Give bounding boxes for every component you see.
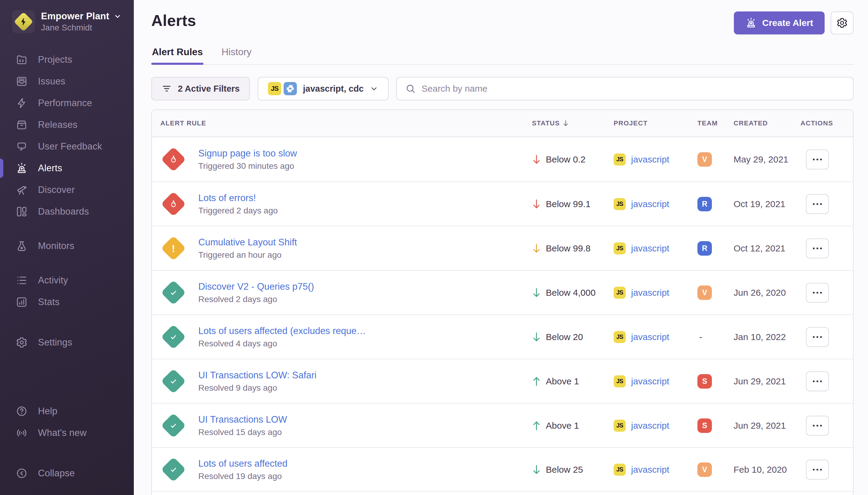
arrow-down-icon [532,154,541,165]
row-actions-button[interactable] [806,460,829,480]
status-value: Below 99.8 [546,243,590,254]
alert-rule-link[interactable]: Lots of users affected [198,458,288,469]
alert-rule-cell: UI Transactions LOW: Safari Resolved 9 d… [160,369,532,394]
actions-cell [800,150,845,169]
sidebar-item-user-feedback[interactable]: User Feedback [0,136,134,157]
discover-icon [16,184,28,196]
row-actions-button[interactable] [806,371,829,391]
org-logo [12,10,35,33]
search-box [396,77,853,100]
team-none: - [697,332,702,342]
create-alert-label: Create Alert [762,18,813,28]
resolved-diamond-icon [160,457,186,483]
project-selector-button[interactable]: JS javascript, cdc [258,77,388,100]
actions-cell [800,460,845,480]
project-link[interactable]: javascript [631,421,670,431]
create-alert-button[interactable]: Create Alert [734,12,824,34]
status-value: Above 1 [546,421,579,431]
alert-rule-link[interactable]: UI Transactions LOW [198,414,287,425]
table-row: Discover V2 - Queries p75() Resolved 2 d… [152,270,853,314]
alert-rule-link[interactable]: Lots of errors! [198,193,278,204]
sidebar-item-alerts[interactable]: Alerts [0,157,134,179]
sidebar-item-issues[interactable]: Issues [0,70,134,92]
org-name: Empower Plant [41,11,109,22]
project-link[interactable]: javascript [631,376,670,387]
javascript-platform-icon: JS [614,242,626,254]
sidebar-item-monitors[interactable]: Monitors [0,235,134,257]
arrow-down-icon [532,243,541,254]
row-actions-button[interactable] [806,416,829,436]
sidebar-item-performance[interactable]: Performance [0,92,134,114]
alert-rule-link[interactable]: Signup page is too slow [198,148,297,159]
sidebar-item-label: Help [38,406,57,416]
project-link[interactable]: javascript [631,464,670,475]
project-cell: JS javascript [614,287,697,299]
alert-rule-link[interactable]: Discover V2 - Queries p75() [198,281,314,292]
status-value: Below 4,000 [546,288,595,298]
actions-cell [800,416,845,436]
status-cell: Below 99.8 [532,243,614,254]
project-cell: JS javascript [614,153,697,166]
sidebar-item-releases[interactable]: Releases [0,114,134,136]
sidebar-item-whats-new[interactable]: What's new [0,422,134,444]
javascript-platform-icon: JS [614,198,626,210]
alert-rule-link[interactable]: Lots of users affected (excludes reque… [198,326,366,337]
help-icon [16,405,28,417]
sidebar-item-label: Collapse [38,468,75,479]
dashboards-icon [16,206,28,218]
critical-diamond-icon [160,147,186,172]
monitors-icon [16,240,28,252]
javascript-platform-icon: JS [614,331,626,343]
team-avatar: R [697,197,712,211]
sidebar-item-settings[interactable]: Settings [0,331,134,353]
project-link[interactable]: javascript [631,332,670,342]
project-link[interactable]: javascript [631,199,670,209]
search-input[interactable] [422,84,845,94]
collapse-icon [16,467,28,479]
stats-icon [16,296,28,308]
alert-rule-cell: Lots of users affected (excludes reque… … [160,324,532,350]
org-switcher[interactable]: Empower Plant Jane Schmidt [0,0,134,42]
status-value: Below 20 [546,332,583,342]
user-feedback-icon [16,140,28,153]
project-link[interactable]: javascript [631,154,670,165]
sidebar-item-label: Settings [38,337,72,348]
project-link[interactable]: javascript [631,243,670,254]
sidebar-item-activity[interactable]: Activity [0,270,134,291]
warning-diamond-icon: ! [160,236,186,261]
sidebar-nav: Projects Issues Performance Releases Use… [0,49,134,353]
sidebar-item-projects[interactable]: Projects [0,49,134,70]
chevron-down-icon [114,12,121,20]
column-status[interactable]: Status [532,119,614,127]
sidebar-item-help[interactable]: Help [0,400,134,422]
project-link[interactable]: javascript [631,288,670,298]
status-value: Above 1 [546,376,579,387]
sidebar-item-dashboards[interactable]: Dashboards [0,201,134,222]
row-actions-button[interactable] [806,194,829,214]
user-name: Jane Schmidt [41,23,121,33]
column-team: Team [697,119,733,127]
alert-settings-button[interactable] [831,12,853,34]
team-avatar: S [697,374,712,389]
project-cell: JS javascript [614,198,697,210]
alert-rule-link[interactable]: Cumulative Layout Shift [198,237,297,248]
created-date: Oct 12, 2021 [733,243,800,254]
sidebar-item-stats[interactable]: Stats [0,291,134,313]
tab-history[interactable]: History [221,47,252,64]
sidebar-item-discover[interactable]: Discover [0,179,134,201]
row-actions-button[interactable] [806,283,829,303]
row-actions-button[interactable] [806,327,829,347]
row-actions-button[interactable] [806,238,829,258]
row-actions-button[interactable] [806,150,829,169]
sidebar-item-label: Performance [38,98,92,108]
sidebar-item-label: Discover [38,185,75,195]
table-row: ! Cumulative Layout Shift Triggered an h… [152,226,853,270]
active-filters-button[interactable]: 2 Active Filters [151,77,250,100]
tab-alert-rules[interactable]: Alert Rules [151,47,204,64]
sidebar-item-collapse[interactable]: Collapse [0,462,134,484]
project-cell: JS javascript [614,331,697,343]
alert-rule-link[interactable]: UI Transactions LOW: Safari [198,370,316,381]
team-avatar: V [697,286,712,300]
issues-icon [16,75,28,87]
sidebar: Empower Plant Jane Schmidt Projects Issu… [0,0,134,495]
